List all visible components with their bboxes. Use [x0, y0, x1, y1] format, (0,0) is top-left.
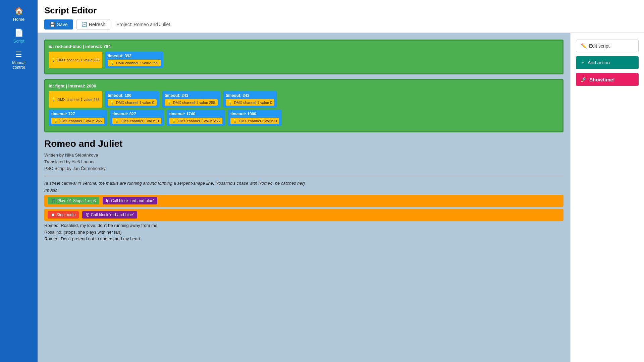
timeout-box-827: timeout: 827 💡 DMX channel 1 value 0: [110, 110, 164, 126]
script-icon: 📄: [14, 28, 23, 37]
bulb-icon: 💡: [172, 119, 176, 123]
bulb-icon: 💡: [51, 58, 56, 62]
dmx-standalone-fight: 💡 DMX channel 1 value 255: [49, 91, 102, 108]
block-header-fight: id: fight | interval: 2000: [49, 83, 559, 88]
bulb-icon: 💡: [110, 61, 115, 65]
plus-icon: ＋: [581, 60, 585, 66]
script-meta-0: Written by Nika Štěpánková: [44, 153, 564, 158]
bulb-icon: 💡: [233, 119, 237, 123]
dialog-0: Romeo: Rosalind, my love, don't be runni…: [44, 223, 564, 228]
pencil-icon: ✏️: [581, 43, 587, 49]
music-icon: 🎵: [51, 198, 56, 203]
call-block-button-0[interactable]: f() Call block 'red-and-blue': [103, 197, 157, 204]
header: Script Editor 💾 Save 🔄 Refresh Project: …: [38, 0, 644, 33]
stop-audio-button[interactable]: ⏹ Stop audio: [48, 211, 79, 219]
refresh-icon: 🔄: [82, 22, 87, 27]
dialog-2: Romeo: Don't pretend not to understand m…: [44, 236, 564, 241]
timeout-box-243: timeout: 243 💡 DMX channel 1 value 255: [162, 91, 220, 108]
sidebar-item-home[interactable]: 🏠 Home: [0, 3, 38, 25]
sidebar-item-manual[interactable]: ☰ Manualcontrol: [0, 47, 38, 73]
sidebar-item-script[interactable]: 📄 Script: [0, 25, 38, 47]
block-row-fight-2: timeout: 727 💡 DMX channel 1 value 255 t…: [49, 110, 559, 126]
bulb-icon: 💡: [51, 97, 56, 102]
edit-script-button[interactable]: ✏️ Edit script: [576, 40, 639, 52]
main-area: Script Editor 💾 Save 🔄 Refresh Project: …: [38, 0, 644, 362]
dmx-action-standalone: 💡 DMX channel 1 value 255: [49, 52, 102, 68]
stop-icon: ⏹: [51, 213, 55, 217]
dmx-action-343: 💡 DMX channel 1 value 0: [226, 99, 275, 106]
dmx-action-1900: 💡 DMX channel 1 value 0: [230, 118, 279, 124]
block-row-fight-standalone: 💡 DMX channel 1 value 255 timeout: 100 💡…: [49, 91, 559, 108]
home-icon: 🏠: [14, 7, 23, 15]
script-divider: [44, 176, 564, 176]
timeout-box-727: timeout: 727 💡 DMX channel 1 value 255: [49, 110, 107, 126]
add-action-button[interactable]: ＋ Add action: [576, 56, 639, 69]
timeout-box-392: timeout: 392 💡 DMX channel 2 value 255: [105, 52, 163, 68]
script-meta-1: Translated by Aleš Launer: [44, 159, 564, 164]
dmx-action-1740: 💡 DMX channel 1 value 255: [169, 118, 222, 124]
script-meta-2: PSC Script by Jan Černohorský: [44, 166, 564, 171]
project-label: Project: Romeo and Juliet: [116, 22, 170, 27]
bulb-icon: 💡: [54, 119, 58, 123]
block-red-and-blue: id: red-and-blue | interval: 784 💡 DMX c…: [44, 40, 564, 74]
sidebar-label-manual: Manualcontrol: [12, 60, 25, 70]
event-row-0: 🎵 Play: 01 Stopa 1.mp3 f() Call block 'r…: [44, 195, 564, 207]
block-header-red-and-blue: id: red-and-blue | interval: 784: [49, 44, 559, 49]
dmx-action-100: 💡 DMX channel 1 value 0: [108, 99, 157, 106]
dmx-action-243: 💡 DMX channel 1 value 255: [165, 99, 218, 106]
sidebar: 🏠 Home 📄 Script ☰ Manualcontrol: [0, 0, 38, 362]
bulb-icon: 💡: [115, 119, 119, 123]
script-note-0: (a street carnival in Verona; the masks …: [44, 181, 564, 186]
script-content: id: red-and-blue | interval: 784 💡 DMX c…: [38, 33, 570, 362]
toolbar: 💾 Save 🔄 Refresh Project: Romeo and Juli…: [44, 19, 637, 30]
play-button[interactable]: 🎵 Play: 01 Stopa 1.mp3: [48, 197, 99, 204]
showtime-button[interactable]: 🚀 Showtime!: [576, 73, 639, 86]
sidebar-label-script: Script: [13, 39, 24, 44]
timeout-box-100: timeout: 100 💡 DMX channel 1 value 0: [105, 91, 159, 108]
right-panel: ✏️ Edit script ＋ Add action 🚀 Showtime!: [570, 33, 644, 362]
refresh-button[interactable]: 🔄 Refresh: [76, 19, 110, 30]
dmx-action-392: 💡 DMX channel 2 value 255: [108, 60, 161, 66]
dmx-action-727: 💡 DMX channel 1 value 255: [51, 118, 104, 124]
page-title: Script Editor: [44, 5, 637, 16]
event-row-1: ⏹ Stop audio f() Call block 'red-and-blu…: [44, 209, 564, 221]
save-icon: 💾: [50, 22, 55, 27]
timeout-box-1900: timeout: 1900 💡 DMX channel 1 value 0: [228, 110, 282, 126]
function-icon-2: f(): [86, 213, 89, 217]
function-icon: f(): [106, 198, 110, 203]
block-row-standalone: 💡 DMX channel 1 value 255 timeout: 392 💡…: [49, 52, 559, 68]
dmx-action-827: 💡 DMX channel 1 value 0: [112, 118, 161, 124]
bulb-icon: 💡: [167, 100, 172, 105]
call-block-button-1[interactable]: f() Call block 'red-and-blue': [82, 211, 137, 219]
save-button[interactable]: 💾 Save: [44, 19, 73, 29]
rocket-icon: 🚀: [581, 76, 587, 82]
manual-icon: ☰: [15, 50, 22, 59]
dialog-1: Rosalind: (stops, she plays with her fan…: [44, 230, 564, 235]
timeout-box-343: timeout: 343 💡 DMX channel 1 value 0: [223, 91, 277, 108]
bulb-icon: 💡: [110, 100, 115, 105]
script-title: Romeo and Juliet: [44, 138, 564, 149]
content-area: id: red-and-blue | interval: 784 💡 DMX c…: [38, 33, 644, 362]
timeout-box-1740: timeout: 1740 💡 DMX channel 1 value 255: [167, 110, 225, 126]
sidebar-label-home: Home: [13, 17, 25, 22]
script-note-1: (music): [44, 188, 564, 193]
block-fight: id: fight | interval: 2000 💡 DMX channel…: [44, 79, 564, 132]
bulb-icon: 💡: [228, 100, 233, 105]
